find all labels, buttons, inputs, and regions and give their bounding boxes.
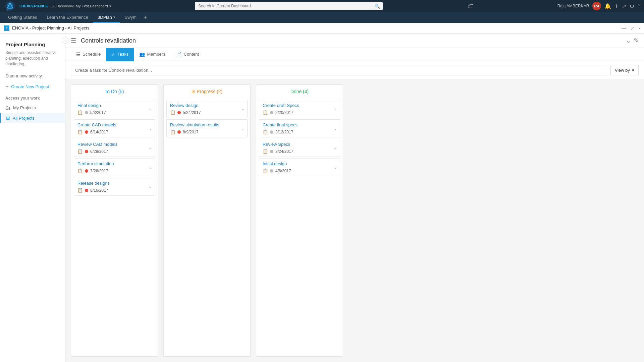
task-input[interactable] xyxy=(71,65,607,75)
tab-add-button[interactable]: + xyxy=(141,12,150,23)
hamburger-icon[interactable]: ☰ xyxy=(71,37,76,44)
inprogress-cards: Review design 📋 5/24/2017 ⌄ Review simul… xyxy=(164,97,250,140)
card-create-draft-specs[interactable]: Create draft Specs 📋 2/20/2017 ⌄ xyxy=(259,100,340,118)
card-date: 3/12/2017 xyxy=(275,130,293,134)
card-title[interactable]: Review design xyxy=(170,103,244,108)
card-review-specs[interactable]: Review Specs 📋 3/24/2017 ⌄ xyxy=(259,139,340,157)
card-expand-icon[interactable]: ⌄ xyxy=(149,165,152,170)
brand-logo[interactable]: VR xyxy=(3,0,17,12)
card-review-cad-models[interactable]: Review CAD models 📋 6/28/2017 ⌄ xyxy=(74,139,155,157)
tags-icon[interactable]: 🏷 xyxy=(468,3,474,10)
card-title[interactable]: Final design xyxy=(77,103,151,108)
card-date: 8/9/2017 xyxy=(183,130,199,134)
card-date: 3/24/2017 xyxy=(275,149,293,154)
minimize-icon[interactable]: — xyxy=(622,25,626,31)
kanban-column-inprogress: In Progress (2) Review design 📋 5/24/201… xyxy=(163,84,251,357)
members-label: Members xyxy=(147,52,165,57)
status-dot xyxy=(85,150,88,153)
card-title[interactable]: Initial design xyxy=(263,161,336,166)
card-final-design[interactable]: Final design 📋 5/3/2017 ⌄ xyxy=(74,100,155,118)
kanban-column-todo: To Do (5) Final design 📋 5/3/2017 ⌄ Crea… xyxy=(71,84,158,357)
activity-label: Start a new activity xyxy=(5,73,42,78)
card-release-designs[interactable]: Release designs 📋 8/16/2017 ⌄ xyxy=(74,178,155,196)
status-dot xyxy=(177,111,181,114)
tab-getting-started[interactable]: Getting Started xyxy=(3,12,42,23)
sidebar-collapse-button[interactable]: ‹ xyxy=(62,37,68,44)
enovia-bar-actions: — ⤢ › xyxy=(622,25,640,31)
card-create-final-specs[interactable]: Create final specs 📋 3/12/2017 ⌄ xyxy=(259,119,340,137)
search-icon: 🔍 xyxy=(374,3,380,9)
tab-learn-experience[interactable]: Learn the Experience xyxy=(42,12,93,23)
avatar[interactable]: RA xyxy=(592,2,601,10)
create-new-project[interactable]: + Create New Project xyxy=(0,81,65,92)
dashboard-dropdown[interactable]: ▾ xyxy=(109,4,111,8)
view-by-button[interactable]: View by ▾ xyxy=(610,65,639,75)
card-expand-icon[interactable]: ⌄ xyxy=(334,165,337,170)
card-title[interactable]: Create draft Specs xyxy=(263,103,336,108)
card-title[interactable]: Review CAD models xyxy=(77,142,151,147)
expand-icon[interactable]: ⤢ xyxy=(630,25,634,31)
empty-space xyxy=(348,84,639,357)
card-title[interactable]: Perform simulation xyxy=(77,161,151,166)
card-expand-icon[interactable]: ⌄ xyxy=(241,126,245,131)
card-meta: 📋 7/26/2017 xyxy=(77,168,151,173)
folder-icon: 🗂 xyxy=(5,105,10,111)
tab-3dplan[interactable]: 3DPlan ▾ xyxy=(93,12,120,23)
grid-projects-icon: ⊞ xyxy=(6,115,10,121)
task-icon: 📋 xyxy=(77,110,83,115)
tab-members[interactable]: 👥 Members xyxy=(134,48,170,61)
card-title[interactable]: Create CAD models xyxy=(77,122,151,127)
card-expand-icon[interactable]: ⌄ xyxy=(149,184,152,189)
card-expand-icon[interactable]: ⌄ xyxy=(241,107,245,111)
card-perform-simulation[interactable]: Perform simulation 📋 7/26/2017 ⌄ xyxy=(74,158,155,176)
help-icon[interactable]: ? xyxy=(638,3,641,9)
card-expand-icon[interactable]: ⌄ xyxy=(149,107,152,111)
card-title[interactable]: Review Specs xyxy=(263,142,336,147)
sidebar-all-projects[interactable]: ⊞ All Projects xyxy=(0,113,65,123)
top-right-actions: Raja AMBERKAR RA 🔔 + ↗ ⚙ ? xyxy=(557,2,641,10)
chevron-down-icon[interactable]: ⌄ xyxy=(626,37,631,44)
tab-schedule[interactable]: ☰ Schedule xyxy=(71,48,106,61)
grid-icon[interactable]: ⚙ xyxy=(630,3,634,9)
view-by-label: View by xyxy=(615,68,630,73)
done-column-header: Done (4) xyxy=(256,85,343,97)
card-date: 6/14/2017 xyxy=(90,130,108,134)
kanban-board: To Do (5) Final design 📋 5/3/2017 ⌄ Crea… xyxy=(65,79,644,362)
card-title[interactable]: Create final specs xyxy=(263,122,336,127)
status-dot xyxy=(270,130,273,134)
search-input[interactable] xyxy=(195,2,383,10)
card-expand-icon[interactable]: ⌄ xyxy=(149,126,152,131)
task-icon: 📋 xyxy=(263,129,268,134)
sidebar-my-projects[interactable]: 🗂 My Projects xyxy=(0,103,65,113)
card-expand-icon[interactable]: ⌄ xyxy=(149,145,152,150)
collapse-icon[interactable]: › xyxy=(638,25,640,31)
tasks-icon: ✓ xyxy=(111,52,115,57)
card-review-simulation[interactable]: Review simulation results 📋 8/9/2017 ⌄ xyxy=(166,119,248,137)
edit-icon[interactable]: ✎ xyxy=(634,37,639,44)
card-title[interactable]: Review simulation results xyxy=(170,122,244,127)
card-expand-icon[interactable]: ⌄ xyxy=(334,126,337,131)
status-dot xyxy=(85,130,88,134)
tab-swym[interactable]: Swym xyxy=(120,12,141,23)
card-title[interactable]: Release designs xyxy=(77,181,151,186)
card-expand-icon[interactable]: ⌄ xyxy=(334,107,337,111)
schedule-label: Schedule xyxy=(83,52,101,57)
add-icon[interactable]: + xyxy=(614,2,619,10)
task-icon: 📋 xyxy=(77,188,83,193)
card-meta: 📋 5/24/2017 xyxy=(170,110,244,115)
tab-tasks[interactable]: ✓ Tasks xyxy=(106,48,134,61)
card-create-cad-models[interactable]: Create CAD models 📋 6/14/2017 ⌄ xyxy=(74,119,155,137)
tasks-label: Tasks xyxy=(117,52,128,57)
share-icon[interactable]: ↗ xyxy=(622,3,626,9)
card-review-design[interactable]: Review design 📋 5/24/2017 ⌄ xyxy=(166,100,248,118)
card-initial-design[interactable]: Initial design 📋 4/6/2017 ⌄ xyxy=(259,158,340,176)
status-dot xyxy=(270,169,273,173)
task-bar: View by ▾ xyxy=(65,61,644,79)
tab-bar: Getting Started Learn the Experience 3DP… xyxy=(0,12,644,23)
notifications-icon[interactable]: 🔔 xyxy=(604,3,611,9)
card-meta: 📋 8/16/2017 xyxy=(77,188,151,193)
tab-content[interactable]: 📄 Content xyxy=(171,48,205,61)
todo-column-header: To Do (5) xyxy=(71,85,158,97)
task-icon: 📋 xyxy=(170,110,175,115)
card-expand-icon[interactable]: ⌄ xyxy=(334,145,337,150)
